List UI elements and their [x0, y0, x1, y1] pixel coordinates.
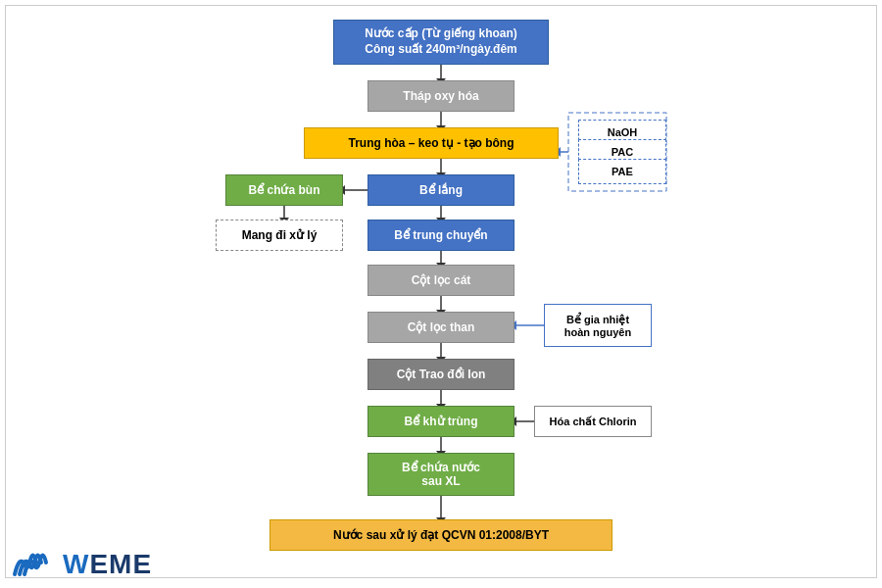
- flow-area: Nước cấp (Từ giếng khoan) Công suất 240m…: [0, 10, 882, 583]
- logo-area: WEME: [10, 545, 152, 584]
- pae-box: PAE: [578, 159, 666, 184]
- mang-di-xu-ly-box: Mang đi xử lý: [216, 220, 343, 251]
- thap-oxy-hoa-box: Tháp oxy hóa: [368, 80, 514, 112]
- logo-text: WEME: [63, 549, 152, 580]
- cot-loc-cat-box: Cột lọc cát: [368, 265, 514, 296]
- header-line1: Nước cấp (Từ giếng khoan): [365, 26, 517, 42]
- be-khu-trung-box: Bể khử trùng: [368, 406, 514, 437]
- be-chua-bun-box: Bể chứa bùn: [225, 174, 343, 206]
- header-box: Nước cấp (Từ giếng khoan) Công suất 240m…: [333, 20, 549, 65]
- be-chua-nuoc-box: Bể chứa nước sau XL: [368, 453, 514, 496]
- cot-trao-doi-ion-box: Cột Trao đổi Ion: [368, 359, 514, 390]
- cot-loc-than-box: Cột lọc than: [368, 312, 514, 343]
- be-lang-box: Bể lắng: [368, 174, 514, 206]
- header-line2: Công suất 240m³/ngày.đêm: [365, 42, 517, 58]
- be-trung-chuyen-box: Bể trung chuyển: [368, 220, 514, 251]
- logo-icon: [10, 545, 59, 584]
- be-gia-nhiet-box: Bể gia nhiệt hoàn nguyên: [544, 304, 652, 347]
- trung-hoa-box: Trung hòa – keo tụ - tạo bông: [304, 127, 559, 159]
- hoa-chat-chlorin-box: Hóa chất Chlorin: [534, 406, 652, 437]
- nuoc-sau-xu-ly-box: Nước sau xử lý đạt QCVN 01:2008/BYT: [270, 519, 612, 551]
